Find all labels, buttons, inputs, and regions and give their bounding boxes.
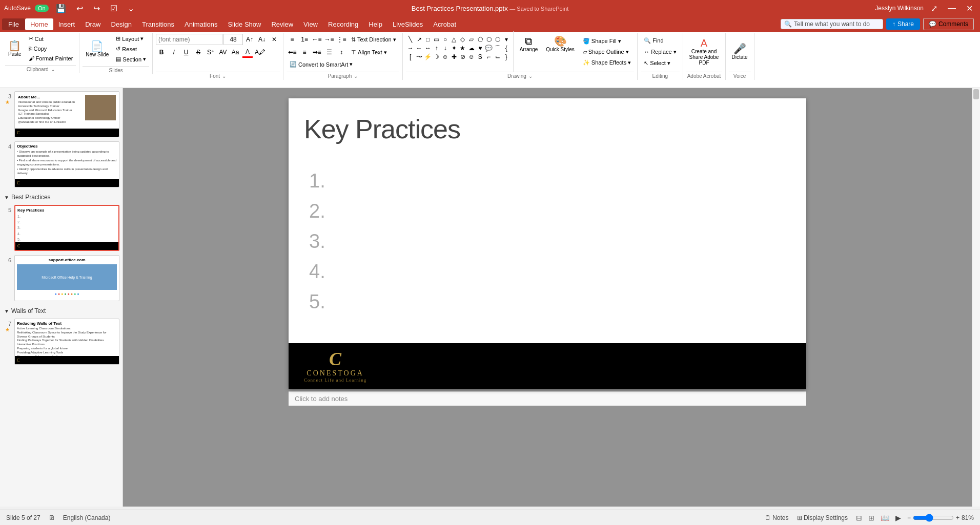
paragraph-expand-icon[interactable]: ⌄ xyxy=(354,73,358,79)
notes-area[interactable]: Click to add notes xyxy=(289,391,806,406)
shadow-button[interactable]: S⁺ xyxy=(205,47,216,58)
create-share-pdf-button[interactable]: A Create and Share Adobe PDF xyxy=(686,36,722,68)
restore-button[interactable]: ⤢ xyxy=(928,3,941,14)
bold-button[interactable]: B xyxy=(156,47,167,58)
menu-liveslides[interactable]: LiveSlides xyxy=(387,18,428,30)
shape-l-bracket[interactable]: [ xyxy=(406,52,415,61)
save-button[interactable]: 💾 xyxy=(53,3,69,14)
decrease-font-button[interactable]: A↓ xyxy=(256,34,268,45)
char-spacing-button[interactable]: AV xyxy=(217,47,229,58)
slide-sorter-button[interactable]: ⊞ xyxy=(866,513,876,523)
replace-button[interactable]: ↔ Replace ▾ xyxy=(641,47,679,57)
zoom-out-icon[interactable]: − xyxy=(907,514,911,521)
slide-thumbnail-6[interactable]: support.office.com Microsoft Office Help… xyxy=(14,255,119,301)
more-commands-button[interactable]: ⌄ xyxy=(125,3,137,14)
shape-rounded-rect[interactable]: ▭ xyxy=(432,35,441,44)
shape-fill-button[interactable]: 🪣 Shape Fill ▾ xyxy=(580,36,634,46)
slideshow-button[interactable]: ▶ xyxy=(893,513,903,523)
shape-moon[interactable]: ☽ xyxy=(432,52,441,61)
shape-heart[interactable]: ♥ xyxy=(476,44,485,53)
comments-button[interactable]: 💬 Comments xyxy=(923,18,974,30)
clear-format-button[interactable]: ✕ xyxy=(269,34,280,45)
shape-left-arrow[interactable]: ← xyxy=(415,44,424,53)
shape-outline-button[interactable]: ▱ Shape Outline ▾ xyxy=(580,47,634,57)
shape-pentagon[interactable]: ⬠ xyxy=(476,35,485,44)
menu-insert[interactable]: Insert xyxy=(53,18,80,30)
reading-view-button[interactable]: 📖 xyxy=(879,513,891,523)
menu-review[interactable]: Review xyxy=(266,18,298,30)
notes-button[interactable]: 🗒 Notes xyxy=(763,513,791,522)
shape-cloud[interactable]: ☁ xyxy=(467,44,476,53)
menu-draw[interactable]: Draw xyxy=(80,18,106,30)
undo-button[interactable]: ↩ xyxy=(73,3,86,14)
font-color-button[interactable]: A xyxy=(242,47,253,58)
search-box[interactable]: 🔍 Tell me what you want to do xyxy=(781,19,883,29)
redo-button[interactable]: ↪ xyxy=(90,3,103,14)
shape-s-curve[interactable]: S xyxy=(476,52,485,61)
section-best-practices[interactable]: ▼ Best Practices xyxy=(2,193,120,202)
layout-button[interactable]: ⊞ Layout ▾ xyxy=(113,34,149,44)
zoom-slider[interactable] xyxy=(913,514,954,522)
convert-smartart-button[interactable]: 🔄 Convert to SmartArt ▾ xyxy=(287,59,356,69)
shape-up-arrow[interactable]: ↑ xyxy=(432,44,441,53)
shape-diamond[interactable]: ◇ xyxy=(458,35,467,44)
right-scrollbar[interactable] xyxy=(972,88,980,507)
align-left-button[interactable]: ⬅≡ xyxy=(287,47,298,58)
bullets-button[interactable]: ≡ xyxy=(287,34,298,45)
slide-thumbnail-4[interactable]: Objectives • Observe an example of a pre… xyxy=(14,141,119,187)
shape-bracket[interactable]: } xyxy=(502,52,511,61)
menu-design[interactable]: Design xyxy=(106,18,137,30)
drawing-expand-icon[interactable]: ⌄ xyxy=(528,73,533,79)
decrease-indent-button[interactable]: ←≡ xyxy=(311,34,322,45)
increase-font-button[interactable]: A↑ xyxy=(244,34,255,45)
dictate-button[interactable]: 🎤 Dictate xyxy=(729,41,751,62)
minimize-button[interactable]: — xyxy=(945,3,959,14)
menu-recording[interactable]: Recording xyxy=(323,18,363,30)
shape-arc[interactable]: ⌒ xyxy=(493,44,502,53)
underline-button[interactable]: U xyxy=(180,47,192,58)
text-direction-button[interactable]: ⇅ Text Direction ▾ xyxy=(348,35,399,45)
shape-triangle[interactable]: △ xyxy=(450,35,459,44)
shape-hexagon[interactable]: ⬡ xyxy=(484,35,494,44)
accessibility-button[interactable]: ☑ xyxy=(107,3,120,14)
reset-button[interactable]: ↺ Reset xyxy=(113,44,149,54)
copy-button[interactable]: ⎘ Copy xyxy=(26,44,76,53)
strikethrough-button[interactable]: S xyxy=(193,47,204,58)
line-spacing-button[interactable]: ↕ xyxy=(336,47,347,58)
align-text-button[interactable]: ⊤ Align Text ▾ xyxy=(348,48,390,57)
increase-indent-button[interactable]: →≡ xyxy=(323,34,335,45)
find-button[interactable]: 🔍 Find xyxy=(641,36,679,46)
shape-ribbon[interactable]: ⎊ xyxy=(467,52,476,61)
normal-view-button[interactable]: ⊟ xyxy=(854,513,864,523)
shape-brace[interactable]: { xyxy=(502,44,511,53)
shape-elbow[interactable]: ⌐ xyxy=(484,52,494,61)
shape-star-4[interactable]: ✦ xyxy=(450,44,459,53)
new-slide-button[interactable]: 📄 New Slide xyxy=(83,39,112,59)
shape-double-arrow[interactable]: ↔ xyxy=(423,44,433,53)
paste-button[interactable]: 📋 Paste xyxy=(5,38,25,59)
shape-no[interactable]: ⊘ xyxy=(458,52,467,61)
clipboard-expand-icon[interactable]: ⌄ xyxy=(51,67,55,72)
menu-slideshow[interactable]: Slide Show xyxy=(222,18,266,30)
close-button[interactable]: ✕ xyxy=(963,3,976,14)
autosave-toggle[interactable]: On xyxy=(35,5,49,12)
shape-oval[interactable]: ○ xyxy=(441,35,450,44)
slide-canvas[interactable]: Key Practices 1. 2. 3. 4. 5. C CONESTOGA… xyxy=(289,98,806,389)
zoom-level[interactable]: 81% xyxy=(962,514,974,521)
menu-home[interactable]: Home xyxy=(25,18,53,30)
numbering-button[interactable]: 1≡ xyxy=(299,34,310,45)
shape-parallelogram[interactable]: ▱ xyxy=(467,35,476,44)
cut-button[interactable]: ✂ Cut xyxy=(26,34,76,44)
shape-line[interactable]: ╲ xyxy=(406,35,415,44)
zoom-in-icon[interactable]: + xyxy=(956,514,959,521)
select-button[interactable]: ↖ Select ▾ xyxy=(641,58,679,68)
font-name-input[interactable] xyxy=(156,34,222,45)
slide-thumbnail-5[interactable]: Key Practices 1.2.3.4.5. C xyxy=(14,205,119,251)
italic-button[interactable]: I xyxy=(168,47,179,58)
slide-thumbnail-7[interactable]: Reducing Walls of Text Active Learning C… xyxy=(14,319,119,365)
change-case-button[interactable]: Aa xyxy=(230,47,241,58)
cols-button[interactable]: ⋮≡ xyxy=(336,34,347,45)
shape-lightning[interactable]: ⚡ xyxy=(423,52,433,61)
align-right-button[interactable]: ➡≡ xyxy=(311,47,322,58)
format-painter-button[interactable]: 🖌 Format Painter xyxy=(26,54,76,63)
